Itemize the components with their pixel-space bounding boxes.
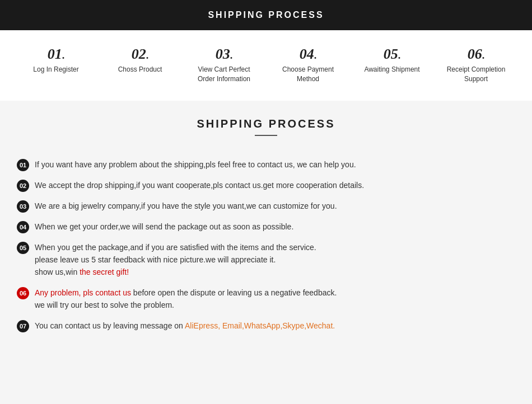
step-5-label: Awaiting Shipment [364, 65, 419, 74]
process-title: SHIPPING PROCESS [0, 118, 532, 130]
bullet-6: 06 [17, 287, 29, 299]
info-item-1: 01 If you want have any problem about th… [17, 158, 515, 171]
page-header: SHIPPING PROCESS [0, 0, 532, 30]
step-1-label: Log In Register [33, 65, 78, 74]
steps-row: 01. Log In Register 02. Choss Product 03… [14, 47, 518, 84]
info-item-4: 04 When we get your order,we will send t… [17, 220, 515, 233]
info-item-7: 07 You can contact us by leaving message… [17, 320, 515, 332]
info-section: 01 If you want have any problem about th… [0, 153, 532, 357]
info-item-6: 06 Any problem, pls contact us before op… [17, 286, 515, 312]
secret-gift-text: the secret gift! [80, 267, 129, 276]
info-text-6: Any problem, pls contact us before open … [35, 286, 337, 312]
info-text-3: We are a big jewelry company,if you have… [35, 200, 337, 212]
step-2: 02. Choss Product [98, 47, 182, 74]
info-item-3: 03 We are a big jewelry company,if you h… [17, 200, 515, 213]
step-1-number: 01. [48, 47, 65, 62]
step-3-number: 03. [216, 47, 233, 62]
step-5: 05. Awaiting Shipment [350, 47, 434, 74]
step-5-number: 05. [384, 47, 401, 62]
step-6-number: 06. [468, 47, 485, 62]
info-item-5: 05 When you get the package,and if you a… [17, 241, 515, 279]
bullet-1: 01 [17, 159, 29, 171]
step-2-label: Choss Product [118, 65, 162, 74]
title-underline [255, 135, 277, 136]
info-text-4: When we get your order,we will send the … [35, 220, 293, 233]
info-text-1: If you want have any problem about the s… [35, 158, 356, 171]
step-6-label: Receipt Completion Support [445, 65, 507, 84]
step-6: 06. Receipt Completion Support [434, 47, 518, 84]
step-1: 01. Log In Register [14, 47, 98, 74]
steps-section: 01. Log In Register 02. Choss Product 03… [0, 30, 532, 101]
step-2-number: 02. [132, 47, 149, 62]
step-3-label: View Cart Perfect Order Information [193, 65, 255, 84]
process-title-section: SHIPPING PROCESS [0, 101, 532, 153]
contact-us-text: Any problem, pls contact us [35, 288, 131, 297]
header-title: SHIPPING PROCESS [208, 10, 324, 20]
bullet-4: 04 [17, 221, 29, 233]
step-4: 04. Choose Payment Method [266, 47, 350, 84]
info-text-7: You can contact us by leaving message on… [35, 320, 335, 332]
step-4-number: 04. [300, 47, 317, 62]
info-item-2: 02 We accept the drop shipping,if you wa… [17, 179, 515, 192]
bullet-7: 07 [17, 320, 29, 332]
contact-platforms-text: AliEpress, Email,WhatsApp,Skype,Wechat. [185, 321, 335, 330]
info-text-5: When you get the package,and if you are … [35, 241, 316, 279]
bullet-3: 03 [17, 200, 29, 213]
info-text-2: We accept the drop shipping,if you want … [35, 179, 364, 191]
bullet-2: 02 [17, 180, 29, 192]
bullet-5: 05 [17, 242, 29, 254]
step-3: 03. View Cart Perfect Order Information [182, 47, 266, 84]
step-4-label: Choose Payment Method [277, 65, 339, 84]
